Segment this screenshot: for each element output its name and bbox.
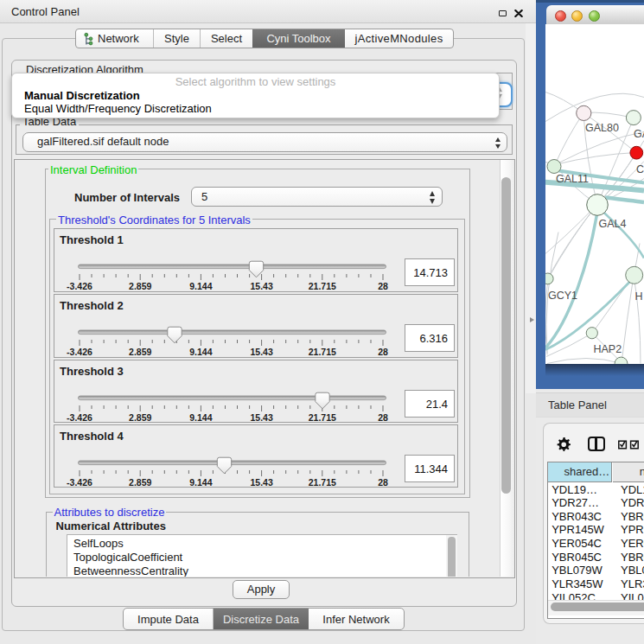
svg-text:2.859: 2.859: [129, 412, 151, 423]
svg-text:GAL4: GAL4: [599, 217, 627, 229]
svg-text:15.43: 15.43: [250, 281, 272, 291]
svg-text:-3.426: -3.426: [67, 412, 92, 423]
svg-text:9.144: 9.144: [189, 477, 212, 488]
svg-text:C: C: [636, 163, 644, 175]
svg-text:9.144: 9.144: [189, 281, 212, 291]
svg-text:9.144: 9.144: [189, 412, 212, 423]
svg-text:28: 28: [378, 281, 388, 291]
svg-text:15.43: 15.43: [250, 412, 272, 423]
svg-text:-3.426: -3.426: [67, 281, 92, 291]
svg-text:15.43: 15.43: [250, 477, 272, 488]
svg-text:GAL11: GAL11: [556, 172, 589, 184]
svg-text:2.859: 2.859: [129, 477, 151, 488]
svg-text:21.715: 21.715: [309, 347, 336, 357]
svg-text:15.43: 15.43: [250, 347, 272, 357]
svg-text:2.859: 2.859: [129, 347, 151, 357]
svg-text:21.715: 21.715: [309, 412, 336, 423]
svg-text:GAL80: GAL80: [585, 121, 619, 133]
svg-text:GA: GA: [634, 127, 644, 139]
svg-text:21.715: 21.715: [309, 477, 336, 488]
svg-text:HAP2: HAP2: [594, 342, 622, 354]
svg-text:H: H: [635, 290, 643, 302]
svg-text:28: 28: [378, 412, 388, 423]
svg-text:2.859: 2.859: [129, 281, 151, 291]
svg-text:28: 28: [378, 347, 388, 357]
svg-text:-3.426: -3.426: [67, 477, 92, 488]
svg-text:-3.426: -3.426: [67, 347, 92, 357]
svg-text:GCY1: GCY1: [548, 289, 577, 301]
svg-text:21.715: 21.715: [309, 281, 336, 291]
svg-text:9.144: 9.144: [189, 347, 212, 357]
svg-text:28: 28: [378, 477, 388, 488]
